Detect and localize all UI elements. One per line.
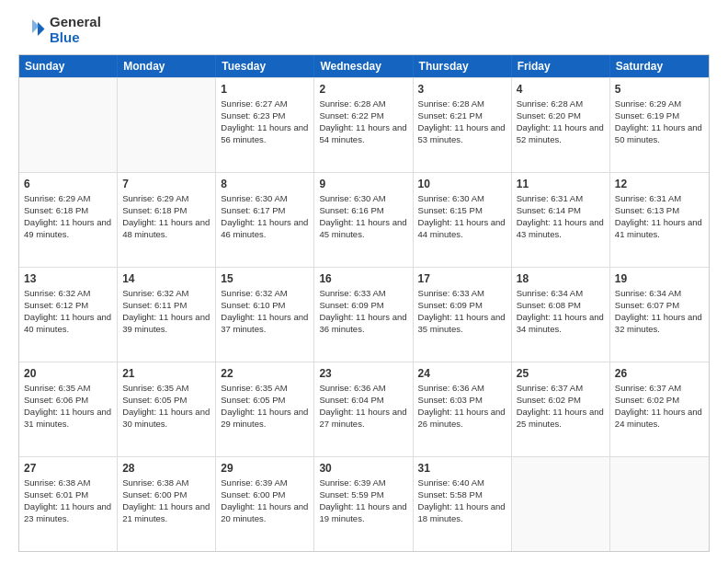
week-row-5: 27Sunrise: 6:38 AMSunset: 6:01 PMDayligh…	[19, 456, 709, 551]
daylight: Daylight: 11 hours and 41 minutes.	[615, 217, 702, 239]
day-cell-11: 11Sunrise: 6:31 AMSunset: 6:14 PMDayligh…	[512, 173, 610, 267]
logo-text: General Blue	[50, 15, 101, 45]
sunrise: Sunrise: 6:32 AM	[122, 288, 188, 298]
sunset: Sunset: 6:05 PM	[122, 395, 187, 405]
day-cell-10: 10Sunrise: 6:30 AMSunset: 6:15 PMDayligh…	[414, 173, 512, 267]
sunset: Sunset: 6:01 PM	[24, 489, 88, 500]
sunset: Sunset: 6:23 PM	[221, 110, 285, 121]
sunrise: Sunrise: 6:29 AM	[24, 193, 90, 203]
day-cell-21: 21Sunrise: 6:35 AMSunset: 6:05 PMDayligh…	[118, 362, 216, 456]
day-number: 4	[517, 82, 605, 97]
sunset: Sunset: 6:14 PM	[517, 205, 581, 215]
day-number: 29	[221, 461, 309, 476]
sunset: Sunset: 6:07 PM	[615, 300, 679, 310]
daylight: Daylight: 11 hours and 36 minutes.	[319, 312, 406, 334]
day-cell-7: 7Sunrise: 6:29 AMSunset: 6:18 PMDaylight…	[118, 173, 216, 267]
day-cell-25: 25Sunrise: 6:37 AMSunset: 6:02 PMDayligh…	[512, 362, 610, 456]
logo: General Blue	[18, 15, 101, 45]
sunset: Sunset: 6:03 PM	[418, 395, 483, 405]
daylight: Daylight: 11 hours and 34 minutes.	[517, 312, 604, 334]
daylight: Daylight: 11 hours and 37 minutes.	[221, 312, 308, 334]
day-number: 17	[418, 271, 506, 286]
day-number: 21	[122, 366, 210, 381]
day-number: 31	[418, 461, 506, 476]
day-number: 18	[517, 271, 605, 286]
day-number: 13	[24, 271, 112, 286]
day-number: 6	[24, 177, 112, 191]
week-row-1: 1Sunrise: 6:27 AMSunset: 6:23 PMDaylight…	[19, 77, 709, 172]
sunset: Sunset: 6:06 PM	[24, 395, 88, 405]
sunset: Sunset: 6:00 PM	[122, 489, 187, 500]
sunset: Sunset: 6:18 PM	[122, 205, 187, 215]
day-number: 16	[319, 271, 407, 286]
daylight: Daylight: 11 hours and 21 minutes.	[122, 501, 210, 523]
sunrise: Sunrise: 6:30 AM	[319, 193, 385, 203]
sunrise: Sunrise: 6:40 AM	[418, 477, 484, 488]
day-number: 5	[615, 82, 704, 97]
sunrise: Sunrise: 6:28 AM	[517, 98, 583, 109]
day-number: 28	[122, 461, 210, 476]
sunset: Sunset: 6:11 PM	[122, 300, 187, 310]
daylight: Daylight: 11 hours and 48 minutes.	[122, 217, 210, 239]
sunrise: Sunrise: 6:32 AM	[24, 288, 90, 298]
sunset: Sunset: 6:18 PM	[24, 205, 88, 215]
sunset: Sunset: 6:02 PM	[615, 395, 679, 405]
day-number: 2	[319, 82, 407, 97]
day-number: 10	[418, 177, 506, 191]
day-cell-23: 23Sunrise: 6:36 AMSunset: 6:04 PMDayligh…	[314, 362, 413, 456]
sunset: Sunset: 6:00 PM	[221, 489, 285, 500]
day-cell-6: 6Sunrise: 6:29 AMSunset: 6:18 PMDaylight…	[19, 173, 118, 267]
sunset: Sunset: 6:19 PM	[615, 110, 679, 121]
daylight: Daylight: 11 hours and 35 minutes.	[418, 312, 506, 334]
day-cell-20: 20Sunrise: 6:35 AMSunset: 6:06 PMDayligh…	[19, 362, 118, 456]
empty-cell	[19, 78, 118, 172]
daylight: Daylight: 11 hours and 52 minutes.	[517, 122, 604, 144]
day-header-monday: Monday	[118, 55, 216, 77]
day-cell-28: 28Sunrise: 6:38 AMSunset: 6:00 PMDayligh…	[118, 457, 216, 551]
sunset: Sunset: 6:15 PM	[418, 205, 483, 215]
day-number: 24	[418, 366, 506, 381]
sunrise: Sunrise: 6:34 AM	[517, 288, 583, 298]
day-cell-19: 19Sunrise: 6:34 AMSunset: 6:07 PMDayligh…	[610, 268, 709, 362]
empty-cell	[118, 78, 216, 172]
daylight: Daylight: 11 hours and 31 minutes.	[24, 407, 111, 429]
page: General Blue SundayMondayTuesdayWednesda…	[0, 0, 728, 563]
daylight: Daylight: 11 hours and 49 minutes.	[24, 217, 111, 239]
daylight: Daylight: 11 hours and 40 minutes.	[24, 312, 111, 334]
week-row-2: 6Sunrise: 6:29 AMSunset: 6:18 PMDaylight…	[19, 172, 709, 267]
day-number: 8	[221, 177, 309, 191]
header: General Blue	[18, 15, 710, 45]
daylight: Daylight: 11 hours and 30 minutes.	[122, 407, 210, 429]
daylight: Daylight: 11 hours and 39 minutes.	[122, 312, 210, 334]
daylight: Daylight: 11 hours and 19 minutes.	[319, 501, 406, 523]
day-cell-22: 22Sunrise: 6:35 AMSunset: 6:05 PMDayligh…	[216, 362, 314, 456]
sunset: Sunset: 5:58 PM	[418, 489, 483, 500]
sunrise: Sunrise: 6:35 AM	[122, 383, 188, 393]
day-cell-26: 26Sunrise: 6:37 AMSunset: 6:02 PMDayligh…	[610, 362, 709, 456]
sunset: Sunset: 6:12 PM	[24, 300, 88, 310]
daylight: Daylight: 11 hours and 32 minutes.	[615, 312, 702, 334]
sunrise: Sunrise: 6:28 AM	[418, 98, 484, 109]
sunrise: Sunrise: 6:30 AM	[221, 193, 287, 203]
sunset: Sunset: 6:09 PM	[418, 300, 483, 310]
sunrise: Sunrise: 6:36 AM	[319, 383, 385, 393]
day-cell-24: 24Sunrise: 6:36 AMSunset: 6:03 PMDayligh…	[414, 362, 512, 456]
sunset: Sunset: 6:16 PM	[319, 205, 383, 215]
calendar-header: SundayMondayTuesdayWednesdayThursdayFrid…	[19, 55, 709, 77]
sunset: Sunset: 6:10 PM	[221, 300, 285, 310]
sunrise: Sunrise: 6:33 AM	[319, 288, 385, 298]
day-number: 14	[122, 271, 210, 286]
daylight: Daylight: 11 hours and 50 minutes.	[615, 122, 702, 144]
day-number: 3	[418, 82, 506, 97]
sunset: Sunset: 6:20 PM	[517, 110, 581, 121]
sunrise: Sunrise: 6:33 AM	[418, 288, 484, 298]
daylight: Daylight: 11 hours and 27 minutes.	[319, 407, 406, 429]
calendar-body: 1Sunrise: 6:27 AMSunset: 6:23 PMDaylight…	[19, 77, 709, 551]
sunrise: Sunrise: 6:38 AM	[122, 477, 188, 488]
day-number: 30	[319, 461, 407, 476]
day-cell-2: 2Sunrise: 6:28 AMSunset: 6:22 PMDaylight…	[314, 78, 413, 172]
sunrise: Sunrise: 6:30 AM	[418, 193, 484, 203]
sunset: Sunset: 6:21 PM	[418, 110, 483, 121]
sunrise: Sunrise: 6:27 AM	[221, 98, 287, 109]
daylight: Daylight: 11 hours and 43 minutes.	[517, 217, 604, 239]
